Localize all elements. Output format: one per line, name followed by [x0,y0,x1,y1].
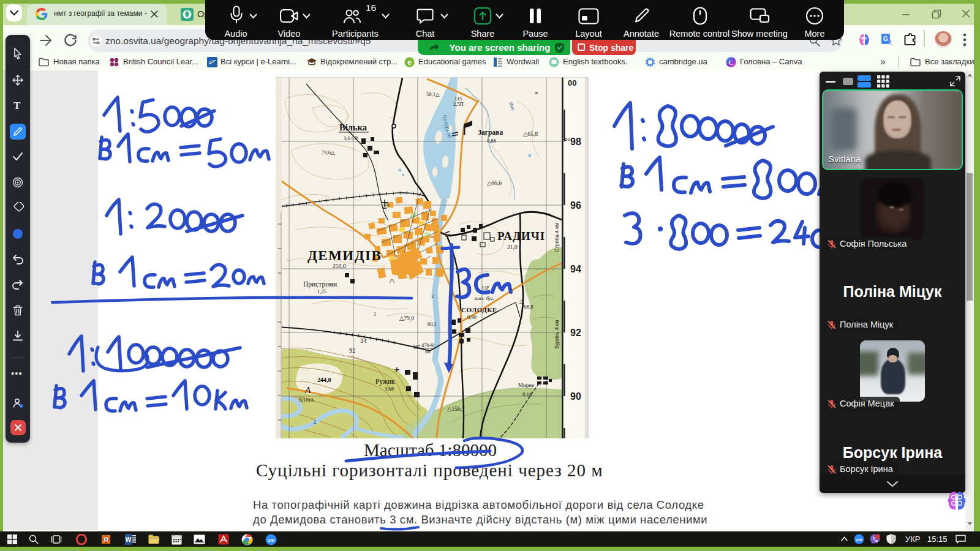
svg-text:zm: zm [268,538,274,543]
svg-text:W: W [126,536,132,543]
svg-text:zm: zm [856,537,862,542]
